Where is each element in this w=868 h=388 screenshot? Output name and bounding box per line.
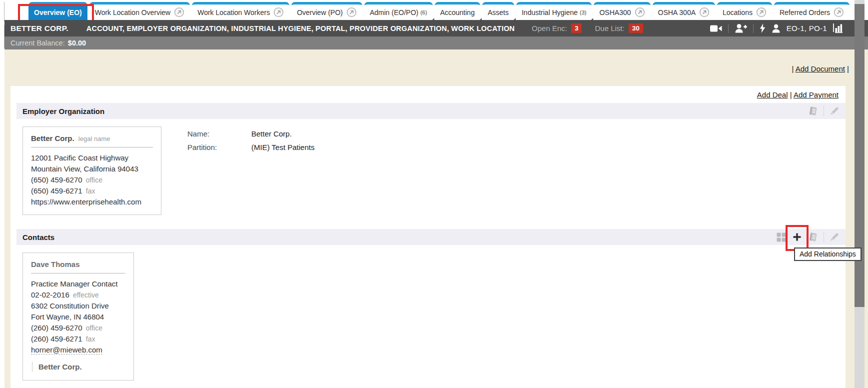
open-enc-label: Open Enc: <box>532 24 567 32</box>
open-in-new-icon[interactable] <box>174 7 184 18</box>
contact-card: Dave Thomas Practice Manager Contact 02-… <box>22 252 134 380</box>
user-context-label[interactable]: EO-1, PO-1 <box>787 24 827 32</box>
add-document-row: | Add Document | <box>10 64 868 75</box>
card-fax-phone: (650) 459-6271 <box>31 186 82 195</box>
tab-overview-eo[interactable]: Overview (EO) <box>28 2 87 20</box>
tab-admin-eo-po[interactable]: Admin (EO/PO) (6) <box>364 2 433 20</box>
tab-referred-orders[interactable]: Referred Orders <box>774 2 850 20</box>
edit-pencil-icon[interactable] <box>828 104 842 118</box>
tab-label: Accounting <box>440 8 475 16</box>
tab-label: Assets <box>488 8 509 16</box>
vertical-scrollbar[interactable] <box>855 0 865 388</box>
contact-email-link[interactable]: horner@mieweb.com <box>31 346 102 354</box>
card-website: https://www.enterprisehealth.com <box>31 196 153 208</box>
card-address-line1: 12001 Pacific Coast Highway <box>31 152 153 164</box>
employer-organization-card: Better Corp. legal name 12001 Pacific Co… <box>22 126 161 215</box>
contact-role: Practice Manager Contact <box>31 278 125 290</box>
field-label: Name: <box>187 129 251 139</box>
divider <box>824 232 824 242</box>
pipe: | <box>790 90 792 99</box>
field-label: Partition: <box>187 142 251 152</box>
field-row-partition: Partition: (MIE) Test Patients <box>187 142 314 152</box>
card-divider <box>31 147 153 148</box>
tab-label: Referred Orders <box>780 8 830 16</box>
office-label: office <box>86 324 102 332</box>
add-relationships-button[interactable]: Add Relationships <box>790 230 804 244</box>
tab-accounting[interactable]: Accounting <box>435 2 480 20</box>
contact-name: Dave Thomas <box>31 260 80 268</box>
employer-organization-body: Better Corp. legal name 12001 Pacific Co… <box>10 119 846 229</box>
tab-locations[interactable]: Locations <box>717 2 772 20</box>
audit-log-book-icon[interactable] <box>806 230 820 244</box>
tab-osha-300a[interactable]: OSHA 300A <box>653 2 716 20</box>
field-value: Better Corp. <box>251 129 292 139</box>
tab-work-location-workers[interactable]: Work Location Workers <box>192 2 289 20</box>
audit-log-book-icon[interactable] <box>806 104 820 118</box>
lightning-icon[interactable] <box>760 24 766 33</box>
tab-overview-po[interactable]: Overview (PO) <box>291 2 362 20</box>
card-address-line2: Mountain View, California 94043 <box>31 164 153 174</box>
card-org-name: Better Corp. <box>31 134 74 142</box>
pipe: | <box>792 64 794 73</box>
open-in-new-icon[interactable] <box>756 7 767 18</box>
edit-pencil-icon[interactable] <box>828 230 842 244</box>
contacts-section-bar: Contacts Add Relationships <box>16 229 846 245</box>
tab-label: Admin (EO/PO) <box>370 8 418 16</box>
field-row-name: Name: Better Corp. <box>187 129 314 139</box>
person-icon[interactable] <box>772 24 781 33</box>
add-relationships-tooltip: Add Relationships <box>794 248 862 261</box>
balance-value: $0.00 <box>68 39 86 47</box>
tab-bar: Overview (EO) Work Location Overview Wor… <box>4 0 854 20</box>
contact-office-phone: (260) 459-6270 <box>31 324 82 332</box>
tab-label: OSHA 300A <box>658 8 696 16</box>
open-in-new-icon[interactable] <box>699 7 710 18</box>
field-value: (MIE) Test Patients <box>251 142 314 152</box>
tab-count: (6) <box>420 10 427 16</box>
tab-work-location-overview[interactable]: Work Location Overview <box>89 2 190 20</box>
organization-categories: ACCOUNT, EMPLOYER ORGANIZATION, INDUSTRI… <box>86 24 515 32</box>
tab-industrial-hygiene[interactable]: Industrial Hygiene (3) <box>516 2 592 20</box>
deal-payment-links: Add Deal | Add Payment <box>10 86 846 103</box>
contact-fax-phone: (260) 459-6271 <box>31 334 82 343</box>
employer-organization-section-bar: Employer Organization <box>16 103 846 119</box>
open-in-new-icon[interactable] <box>346 7 357 18</box>
tab-osha300[interactable]: OSHA300 <box>594 2 650 20</box>
add-person-icon[interactable] <box>735 24 747 33</box>
due-list[interactable]: Due List: 30 <box>595 24 643 33</box>
tab-label: Industrial Hygiene <box>522 8 578 16</box>
add-deal-link[interactable]: Add Deal <box>757 90 788 99</box>
tab-count: (3) <box>580 10 586 16</box>
card-office-phone: (650) 459-6270 <box>31 176 82 184</box>
video-camera-icon[interactable] <box>710 24 722 32</box>
contact-address-line2: Fort Wayne, IN 46804 <box>31 312 125 322</box>
effective-label: effective <box>73 291 99 299</box>
open-in-new-icon[interactable] <box>635 7 645 18</box>
tab-label: OSHA300 <box>599 8 631 16</box>
due-list-badge[interactable]: 30 <box>629 24 643 33</box>
contact-organization: Better Corp. <box>32 362 125 372</box>
overview-panel: Add Deal | Add Payment Employer Organiza… <box>10 86 846 388</box>
context-header: BETTER CORP. ACCOUNT, EMPLOYER ORGANIZAT… <box>4 20 868 36</box>
contact-address-line1: 6302 Constitution Drive <box>31 300 125 312</box>
card-divider <box>31 273 125 274</box>
divider <box>728 24 729 33</box>
open-enc-badge[interactable]: 3 <box>571 24 582 33</box>
balance-bar: Current Balance: $0.00 <box>4 36 868 50</box>
contacts-body: Dave Thomas Practice Manager Contact 02-… <box>10 245 846 380</box>
organization-name: BETTER CORP. <box>10 24 68 33</box>
tab-assets[interactable]: Assets <box>482 2 514 20</box>
divider <box>824 106 824 116</box>
grid-view-icon[interactable] <box>774 230 788 244</box>
open-encounters[interactable]: Open Enc: 3 <box>532 24 595 33</box>
tab-label: Overview (EO) <box>34 8 82 16</box>
add-payment-link[interactable]: Add Payment <box>794 90 839 99</box>
bar-chart-icon[interactable] <box>833 24 844 33</box>
tab-label: Work Location Workers <box>197 8 270 16</box>
open-in-new-icon[interactable] <box>834 7 844 18</box>
add-document-link[interactable]: Add Document <box>796 64 845 73</box>
employer-organization-fields: Name: Better Corp. Partition: (MIE) Test… <box>187 126 314 156</box>
scrollbar-thumb[interactable] <box>855 4 865 307</box>
open-in-new-icon[interactable] <box>273 7 284 18</box>
divider <box>753 24 754 33</box>
due-list-label: Due List: <box>595 24 624 32</box>
